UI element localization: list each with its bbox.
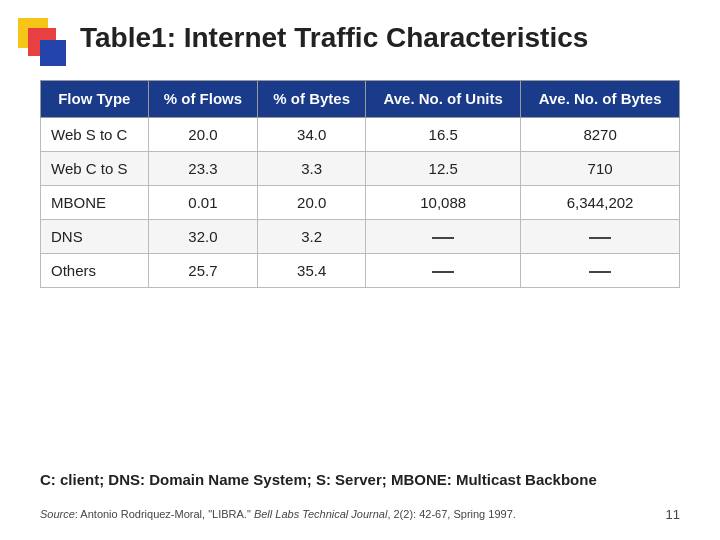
table-body: Web S to C20.034.016.58270Web C to S23.3… — [41, 117, 680, 287]
dash-symbol — [589, 271, 611, 273]
table-row: DNS32.03.2 — [41, 219, 680, 253]
cell-4-flow_type: Others — [41, 253, 149, 287]
decorative-squares — [18, 18, 70, 70]
page-number: 11 — [666, 507, 680, 522]
cell-2-pct_flows: 0.01 — [148, 185, 258, 219]
cell-1-ave_units: 12.5 — [366, 151, 521, 185]
cell-2-ave_bytes: 6,344,202 — [521, 185, 680, 219]
cell-0-flow_type: Web S to C — [41, 117, 149, 151]
source-journal: Bell Labs Technical Journal — [254, 508, 388, 520]
data-table-container: Flow Type % of Flows % of Bytes Ave. No.… — [40, 80, 680, 288]
cell-0-pct_bytes: 34.0 — [258, 117, 366, 151]
table-row: Web S to C20.034.016.58270 — [41, 117, 680, 151]
cell-4-pct_bytes: 35.4 — [258, 253, 366, 287]
col-header-ave-bytes: Ave. No. of Bytes — [521, 81, 680, 118]
cell-0-ave_units: 16.5 — [366, 117, 521, 151]
cell-4-pct_flows: 25.7 — [148, 253, 258, 287]
col-header-flow-type: Flow Type — [41, 81, 149, 118]
cell-3-pct_bytes: 3.2 — [258, 219, 366, 253]
deco-blue — [40, 40, 66, 66]
col-header-pct-bytes: % of Bytes — [258, 81, 366, 118]
cell-2-flow_type: MBONE — [41, 185, 149, 219]
cell-3-pct_flows: 32.0 — [148, 219, 258, 253]
table-row: Web C to S23.33.312.5710 — [41, 151, 680, 185]
cell-4-ave_bytes — [521, 253, 680, 287]
table-row: MBONE0.0120.010,0886,344,202 — [41, 185, 680, 219]
cell-0-pct_flows: 20.0 — [148, 117, 258, 151]
dash-symbol — [589, 237, 611, 239]
cell-1-flow_type: Web C to S — [41, 151, 149, 185]
cell-1-pct_flows: 23.3 — [148, 151, 258, 185]
cell-3-flow_type: DNS — [41, 219, 149, 253]
cell-1-ave_bytes: 710 — [521, 151, 680, 185]
col-header-ave-units: Ave. No. of Units — [366, 81, 521, 118]
source-quote: : Antonio Rodriquez-Moral, "LIBRA." — [75, 508, 254, 520]
traffic-table: Flow Type % of Flows % of Bytes Ave. No.… — [40, 80, 680, 288]
cell-3-ave_units — [366, 219, 521, 253]
cell-2-pct_bytes: 20.0 — [258, 185, 366, 219]
col-header-pct-flows: % of Flows — [148, 81, 258, 118]
cell-4-ave_units — [366, 253, 521, 287]
footer-source: Source: Antonio Rodriquez-Moral, "LIBRA.… — [40, 507, 660, 522]
footer-source-text: Source: Antonio Rodriquez-Moral, "LIBRA.… — [40, 508, 516, 520]
dash-symbol — [432, 271, 454, 273]
dash-symbol — [432, 237, 454, 239]
page-title: Table1: Internet Traffic Characteristics — [80, 22, 588, 54]
source-suffix: , 2(2): 42-67, Spring 1997. — [387, 508, 515, 520]
table-header-row: Flow Type % of Flows % of Bytes Ave. No.… — [41, 81, 680, 118]
footer-main-text: C: client; DNS: Domain Name System; S: S… — [40, 471, 680, 488]
cell-2-ave_units: 10,088 — [366, 185, 521, 219]
cell-3-ave_bytes — [521, 219, 680, 253]
table-row: Others25.735.4 — [41, 253, 680, 287]
source-prefix: Source — [40, 508, 75, 520]
cell-0-ave_bytes: 8270 — [521, 117, 680, 151]
cell-1-pct_bytes: 3.3 — [258, 151, 366, 185]
